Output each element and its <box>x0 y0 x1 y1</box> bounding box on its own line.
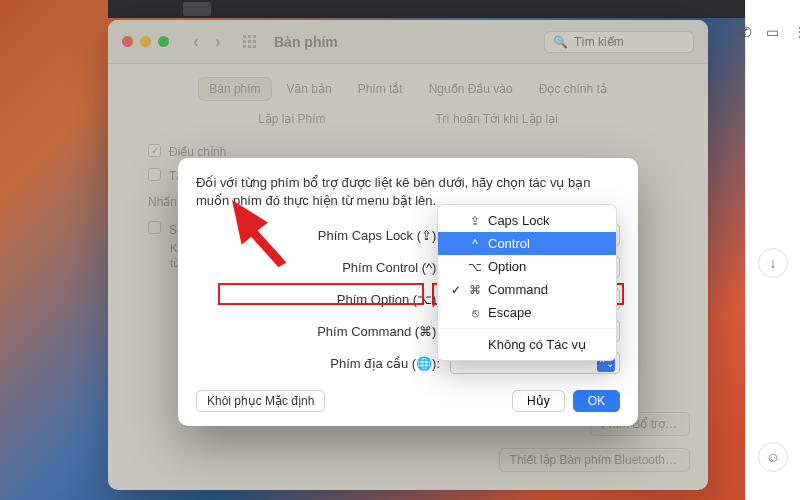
phone-icon[interactable]: ✆ <box>740 24 752 40</box>
opt-control[interactable]: ^Control <box>438 232 616 255</box>
delay-label: Trì hoãn Tới khi Lặp lại <box>435 112 557 126</box>
tab-row: Bàn phím Văn bản Phím tắt Nguồn Đầu vào … <box>108 64 708 108</box>
bluetooth-keyboard-button[interactable]: Thiết lập Bàn phím Bluetooth… <box>499 448 690 472</box>
row-control-label: Phím Control (^): <box>196 260 450 275</box>
minimize-icon[interactable] <box>140 36 151 47</box>
opt-command[interactable]: ✓⌘Command <box>438 278 616 301</box>
cancel-button[interactable]: Hủy <box>512 390 565 412</box>
opt-capslock[interactable]: ⇪Caps Lock <box>438 209 616 232</box>
row-capslock-label: Phím Caps Lock (⇪): <box>196 228 450 243</box>
row-command-label: Phím Command (⌘): <box>196 324 450 339</box>
back-button[interactable]: ‹ <box>187 33 205 51</box>
side-top-icons: ✆ ▭ ⋮ <box>746 24 800 40</box>
checkbox-icon[interactable]: ✓ <box>148 144 161 157</box>
modifier-popover[interactable]: ⇪Caps Lock ^Control ⌥Option ✓⌘Command ⎋E… <box>437 204 617 361</box>
nav-buttons: ‹ › <box>187 33 227 51</box>
search-field[interactable]: 🔍 <box>544 31 694 53</box>
restore-defaults-button[interactable]: Khôi phục Mặc định <box>196 390 325 412</box>
tab-dictation[interactable]: Đọc chính tả <box>529 78 617 100</box>
opt-escape[interactable]: ⎋Escape <box>438 301 616 324</box>
zoom-icon[interactable] <box>158 36 169 47</box>
avatar <box>183 2 211 16</box>
background-menubar <box>108 0 800 18</box>
search-icon: 🔍 <box>553 35 568 49</box>
side-panel: ✆ ▭ ⋮ ↓ ☺ <box>745 0 800 500</box>
tab-text[interactable]: Văn bản <box>277 78 342 100</box>
checkbox-icon[interactable] <box>148 168 161 181</box>
checkbox-icon[interactable] <box>148 221 161 234</box>
grid-icon[interactable] <box>243 35 256 48</box>
forward-button: › <box>209 33 227 51</box>
opt-no-action[interactable]: Không có Tác vụ <box>438 333 616 356</box>
bookmark-icon[interactable]: ▭ <box>766 24 779 40</box>
key-repeat-label: Lặp lại Phím <box>258 112 325 126</box>
close-icon[interactable] <box>122 36 133 47</box>
opt-option[interactable]: ⌥Option <box>438 255 616 278</box>
emoji-button[interactable]: ☺ <box>758 442 788 472</box>
row-option-label: Phím Option (⌥): <box>196 292 450 307</box>
tab-keyboard[interactable]: Bàn phím <box>199 78 270 100</box>
ok-button[interactable]: OK <box>573 390 620 412</box>
scroll-down-button[interactable]: ↓ <box>758 248 788 278</box>
toolbar: ‹ › Bàn phím 🔍 <box>108 20 708 64</box>
more-icon[interactable]: ⋮ <box>793 24 801 40</box>
row-globe-label: Phím địa cầu (🌐): <box>196 356 450 371</box>
slider-labels: Lặp lại Phím Trì hoãn Tới khi Lặp lại <box>108 108 708 140</box>
tab-shortcuts[interactable]: Phím tắt <box>348 78 413 100</box>
tab-input-sources[interactable]: Nguồn Đầu vào <box>419 78 523 100</box>
window-title: Bàn phím <box>274 34 338 50</box>
search-input[interactable] <box>574 35 685 49</box>
traffic-lights[interactable] <box>122 36 169 47</box>
